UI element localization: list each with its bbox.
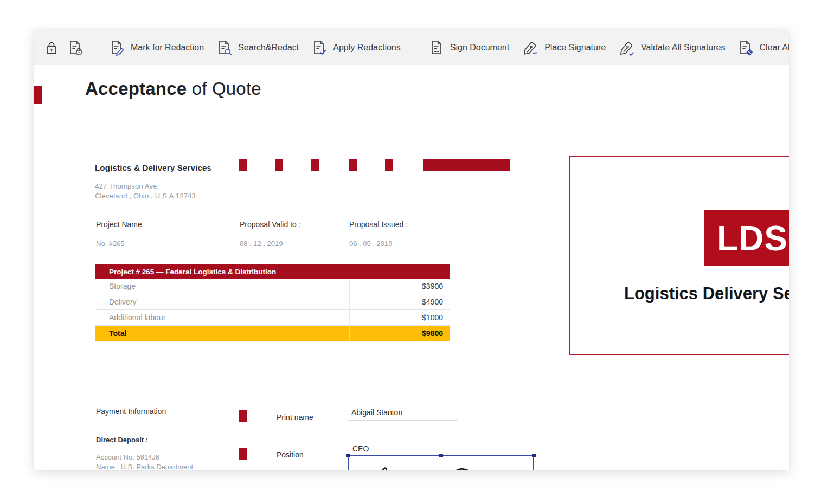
print-name-underline [348,420,458,421]
invoice-table-header: Project # 265 — Federal Logistics & Dist… [95,264,450,279]
position-label: Position [277,450,304,459]
pdf-editor-window: Mark for Redaction Search&Redact [34,30,789,470]
company-name: Logistics & Delivery Services [95,163,211,172]
lds-logo-block: LDS [704,210,789,266]
mark-for-redaction-icon [110,40,126,56]
invoice-total-value: $9800 [349,329,450,338]
sign-document-label: Sign Document [450,43,509,53]
invoice-item-price: $1000 [349,313,450,322]
validate-all-signatures-button[interactable]: Valdate All Signatures [612,36,732,59]
lock-button[interactable] [40,36,63,59]
document-lock-icon [67,40,84,56]
invoice-table: Project # 265 — Federal Logistics & Dist… [95,264,450,341]
search-redact-label: Search&Redact [238,43,299,53]
table-row: Storage $3900 [95,279,450,294]
lds-logo-text: LDS [704,218,788,259]
payment-account: Account No: 5914J6 [96,453,159,461]
redaction-mark [239,410,247,422]
screenshot-stage: Mark for Redaction Search&Redact [0,0,821,504]
validate-all-signatures-icon [619,40,636,56]
sign-document-button[interactable]: Sign Document [422,36,516,59]
proposal-field-value: 08 . 12 . 2019 [240,240,283,248]
search-redact-button[interactable]: Search&Redact [210,36,305,59]
company-address-line1: 427 Thompson Ave. [95,182,159,190]
redaction-mark [239,448,247,460]
column-divider [349,326,350,341]
place-signature-label: Place Signature [544,43,606,53]
invoice-item-name: Delivery [95,298,349,306]
position-value: CEO [352,444,369,453]
apply-redactions-icon [312,40,328,56]
payment-information-box: Payment Information Direct Deposit : Acc… [85,393,203,470]
redaction-mark [275,159,283,171]
toolbar: Mark for Redaction Search&Redact [34,30,789,65]
lock-icon [44,40,59,56]
clear-all-signatures-label: Clear All Signatures [759,43,789,53]
proposal-box: Project Name Proposal Valid to : Proposa… [85,206,458,356]
column-divider [349,279,350,294]
redaction-mark [311,159,319,171]
mark-for-redaction-label: Mark for Redaction [131,43,204,53]
payment-name: Name : U.S. Parks Department [96,463,193,470]
redaction-mark [385,159,393,171]
title-accent-mark [34,86,42,104]
search-redact-icon [217,40,233,56]
proposal-field-value: 06 . 05 . 2019 [349,240,393,248]
lds-logo-caption: Logistics Delivery Services [624,284,789,303]
redaction-mark [239,159,247,171]
resize-handle-ne[interactable] [532,454,536,457]
invoice-item-name: Storage [95,282,349,290]
column-divider [349,310,350,325]
mark-for-redaction-button[interactable]: Mark for Redaction [103,36,210,59]
invoice-item-price: $3900 [349,282,450,290]
protect-document-button[interactable] [63,36,88,59]
validate-all-signatures-label: Valdate All Signatures [641,43,725,53]
redaction-bar [423,159,510,171]
place-signature-button[interactable]: Place Signature [516,36,612,59]
invoice-item-name: Additional labour [95,313,349,322]
clear-all-signatures-button[interactable]: Clear All Signatures [732,36,789,59]
proposal-field-label: Proposal Issued : [349,220,408,229]
invoice-total-row: Total $9800 [95,326,450,341]
invoice-total-label: Total [95,329,349,338]
proposal-field-value: No. #265 [96,240,125,248]
apply-redactions-label: Apply Redactions [333,43,401,53]
place-signature-icon [522,40,540,56]
company-address-line2: Cleveland , Ohio , U.S.A 12743 [95,192,196,200]
payment-method: Direct Deposit : [96,436,148,444]
page-title-rest: of Quote [187,79,261,99]
resize-handle-nw[interactable] [346,454,350,457]
print-name-label: Print name [277,413,313,422]
print-name-value: Abigail Stanton [351,408,402,417]
page-title: Acceptance of Quote [85,79,261,99]
apply-redactions-button[interactable]: Apply Redactions [305,36,407,59]
signature-selection-box[interactable] [348,455,534,470]
payment-information-title: Payment Information [96,407,166,416]
column-divider [349,294,350,309]
document-page: Acceptance of Quote Logistics & Delivery… [34,65,789,470]
company-logo-panel: LDS Logistics Delivery Services [569,156,789,355]
clear-all-signatures-icon [738,40,754,56]
table-row: Additional labour $1000 [95,310,450,326]
page-title-bold: Acceptance [85,79,187,99]
sign-document-icon [429,40,445,56]
invoice-item-price: $4900 [349,298,450,306]
table-row: Delivery $4900 [95,294,450,310]
redaction-mark [349,159,357,171]
signature-image[interactable] [349,456,534,470]
proposal-field-label: Proposal Valid to : [240,220,301,229]
proposal-field-label: Project Name [96,220,142,229]
resize-handle-n[interactable] [439,454,443,457]
